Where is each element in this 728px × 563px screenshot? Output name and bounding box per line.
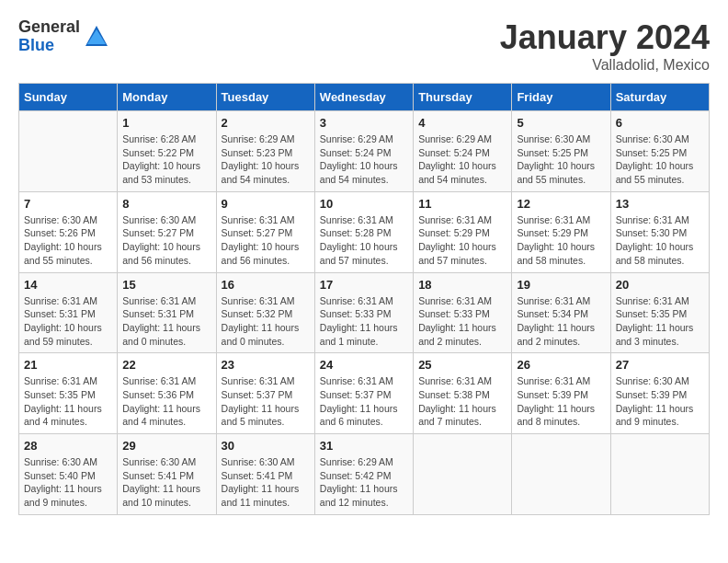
day-number: 17 [320, 278, 408, 292]
week-row-4: 21Sunrise: 6:31 AM Sunset: 5:35 PM Dayli… [19, 353, 710, 434]
day-number: 20 [616, 278, 704, 292]
logo-blue-text: Blue [18, 37, 80, 55]
day-number: 28 [24, 439, 112, 453]
calendar-cell: 21Sunrise: 6:31 AM Sunset: 5:35 PM Dayli… [19, 353, 118, 434]
week-row-2: 7Sunrise: 6:30 AM Sunset: 5:26 PM Daylig… [19, 191, 710, 272]
calendar-cell: 3Sunrise: 6:29 AM Sunset: 5:24 PM Daylig… [314, 111, 413, 192]
day-number: 22 [122, 358, 210, 372]
calendar-cell: 8Sunrise: 6:30 AM Sunset: 5:27 PM Daylig… [118, 191, 216, 272]
day-number: 1 [122, 116, 210, 130]
day-number: 30 [222, 439, 310, 453]
calendar-cell: 30Sunrise: 6:30 AM Sunset: 5:41 PM Dayli… [216, 434, 314, 515]
header: General Blue January 2024 Valladolid, Me… [18, 18, 710, 74]
logo: General Blue [18, 18, 109, 55]
calendar-cell: 19Sunrise: 6:31 AM Sunset: 5:34 PM Dayli… [512, 272, 610, 353]
calendar-cell [512, 434, 610, 515]
day-info: Sunrise: 6:31 AM Sunset: 5:31 PM Dayligh… [24, 295, 102, 347]
day-info: Sunrise: 6:31 AM Sunset: 5:36 PM Dayligh… [122, 375, 200, 427]
day-info: Sunrise: 6:31 AM Sunset: 5:35 PM Dayligh… [24, 375, 102, 427]
day-number: 15 [122, 278, 210, 292]
day-number: 16 [222, 278, 310, 292]
day-number: 21 [24, 358, 112, 372]
day-info: Sunrise: 6:30 AM Sunset: 5:25 PM Dayligh… [616, 133, 694, 185]
day-info: Sunrise: 6:31 AM Sunset: 5:30 PM Dayligh… [616, 214, 694, 266]
header-cell-thursday: Thursday [414, 84, 512, 111]
calendar-cell: 4Sunrise: 6:29 AM Sunset: 5:24 PM Daylig… [414, 111, 512, 192]
day-info: Sunrise: 6:30 AM Sunset: 5:41 PM Dayligh… [222, 456, 300, 508]
header-cell-tuesday: Tuesday [216, 84, 314, 111]
calendar-table: SundayMondayTuesdayWednesdayThursdayFrid… [18, 83, 710, 515]
calendar-cell: 20Sunrise: 6:31 AM Sunset: 5:35 PM Dayli… [610, 272, 709, 353]
day-number: 25 [418, 358, 506, 372]
day-number: 19 [517, 278, 605, 292]
day-info: Sunrise: 6:31 AM Sunset: 5:29 PM Dayligh… [517, 214, 595, 266]
title-area: January 2024 Valladolid, Mexico [500, 18, 710, 74]
day-number: 9 [222, 197, 310, 211]
calendar-body: 1Sunrise: 6:28 AM Sunset: 5:22 PM Daylig… [19, 111, 710, 515]
calendar-cell [19, 111, 118, 192]
calendar-cell: 6Sunrise: 6:30 AM Sunset: 5:25 PM Daylig… [610, 111, 709, 192]
header-cell-sunday: Sunday [19, 84, 118, 111]
calendar-cell: 15Sunrise: 6:31 AM Sunset: 5:31 PM Dayli… [118, 272, 216, 353]
calendar-cell: 18Sunrise: 6:31 AM Sunset: 5:33 PM Dayli… [414, 272, 512, 353]
calendar-cell: 7Sunrise: 6:30 AM Sunset: 5:26 PM Daylig… [19, 191, 118, 272]
day-number: 27 [616, 358, 704, 372]
day-info: Sunrise: 6:30 AM Sunset: 5:39 PM Dayligh… [616, 375, 694, 427]
calendar-cell: 29Sunrise: 6:30 AM Sunset: 5:41 PM Dayli… [118, 434, 216, 515]
calendar-cell: 9Sunrise: 6:31 AM Sunset: 5:27 PM Daylig… [216, 191, 314, 272]
week-row-3: 14Sunrise: 6:31 AM Sunset: 5:31 PM Dayli… [19, 272, 710, 353]
day-number: 8 [122, 197, 210, 211]
day-info: Sunrise: 6:30 AM Sunset: 5:26 PM Dayligh… [24, 214, 102, 266]
day-info: Sunrise: 6:31 AM Sunset: 5:35 PM Dayligh… [616, 295, 694, 347]
calendar-cell: 14Sunrise: 6:31 AM Sunset: 5:31 PM Dayli… [19, 272, 118, 353]
location: Valladolid, Mexico [500, 57, 710, 74]
day-number: 7 [24, 197, 112, 211]
day-number: 2 [222, 116, 310, 130]
calendar-cell: 13Sunrise: 6:31 AM Sunset: 5:30 PM Dayli… [610, 191, 709, 272]
day-info: Sunrise: 6:31 AM Sunset: 5:37 PM Dayligh… [320, 375, 398, 427]
day-number: 24 [320, 358, 408, 372]
calendar-cell: 17Sunrise: 6:31 AM Sunset: 5:33 PM Dayli… [314, 272, 413, 353]
day-info: Sunrise: 6:30 AM Sunset: 5:27 PM Dayligh… [122, 214, 200, 266]
day-info: Sunrise: 6:31 AM Sunset: 5:37 PM Dayligh… [222, 375, 300, 427]
day-info: Sunrise: 6:31 AM Sunset: 5:27 PM Dayligh… [222, 214, 300, 266]
day-number: 26 [517, 358, 605, 372]
day-info: Sunrise: 6:31 AM Sunset: 5:33 PM Dayligh… [320, 295, 398, 347]
day-info: Sunrise: 6:31 AM Sunset: 5:29 PM Dayligh… [418, 214, 496, 266]
calendar-cell: 10Sunrise: 6:31 AM Sunset: 5:28 PM Dayli… [314, 191, 413, 272]
day-info: Sunrise: 6:31 AM Sunset: 5:38 PM Dayligh… [418, 375, 496, 427]
day-info: Sunrise: 6:31 AM Sunset: 5:32 PM Dayligh… [222, 295, 300, 347]
calendar-cell: 1Sunrise: 6:28 AM Sunset: 5:22 PM Daylig… [118, 111, 216, 192]
day-info: Sunrise: 6:29 AM Sunset: 5:23 PM Dayligh… [222, 133, 300, 185]
calendar-cell [414, 434, 512, 515]
day-number: 5 [517, 116, 605, 130]
calendar-cell: 5Sunrise: 6:30 AM Sunset: 5:25 PM Daylig… [512, 111, 610, 192]
calendar-cell [610, 434, 709, 515]
day-number: 11 [418, 197, 506, 211]
calendar-cell: 22Sunrise: 6:31 AM Sunset: 5:36 PM Dayli… [118, 353, 216, 434]
day-info: Sunrise: 6:31 AM Sunset: 5:39 PM Dayligh… [517, 375, 595, 427]
calendar-header: SundayMondayTuesdayWednesdayThursdayFrid… [19, 84, 710, 111]
day-info: Sunrise: 6:29 AM Sunset: 5:24 PM Dayligh… [418, 133, 496, 185]
day-info: Sunrise: 6:31 AM Sunset: 5:33 PM Dayligh… [418, 295, 496, 347]
header-cell-monday: Monday [118, 84, 216, 111]
day-info: Sunrise: 6:30 AM Sunset: 5:40 PM Dayligh… [24, 456, 102, 508]
day-info: Sunrise: 6:28 AM Sunset: 5:22 PM Dayligh… [122, 133, 200, 185]
week-row-1: 1Sunrise: 6:28 AM Sunset: 5:22 PM Daylig… [19, 111, 710, 192]
calendar-cell: 26Sunrise: 6:31 AM Sunset: 5:39 PM Dayli… [512, 353, 610, 434]
calendar-cell: 2Sunrise: 6:29 AM Sunset: 5:23 PM Daylig… [216, 111, 314, 192]
day-info: Sunrise: 6:31 AM Sunset: 5:28 PM Dayligh… [320, 214, 398, 266]
calendar-cell: 31Sunrise: 6:29 AM Sunset: 5:42 PM Dayli… [314, 434, 413, 515]
header-cell-saturday: Saturday [610, 84, 709, 111]
day-number: 14 [24, 278, 112, 292]
day-number: 23 [222, 358, 310, 372]
day-number: 6 [616, 116, 704, 130]
day-number: 18 [418, 278, 506, 292]
calendar-cell: 23Sunrise: 6:31 AM Sunset: 5:37 PM Dayli… [216, 353, 314, 434]
day-info: Sunrise: 6:30 AM Sunset: 5:41 PM Dayligh… [122, 456, 200, 508]
calendar-cell: 28Sunrise: 6:30 AM Sunset: 5:40 PM Dayli… [19, 434, 118, 515]
day-info: Sunrise: 6:30 AM Sunset: 5:25 PM Dayligh… [517, 133, 595, 185]
logo-icon [84, 24, 109, 50]
day-number: 10 [320, 197, 408, 211]
calendar-cell: 27Sunrise: 6:30 AM Sunset: 5:39 PM Dayli… [610, 353, 709, 434]
